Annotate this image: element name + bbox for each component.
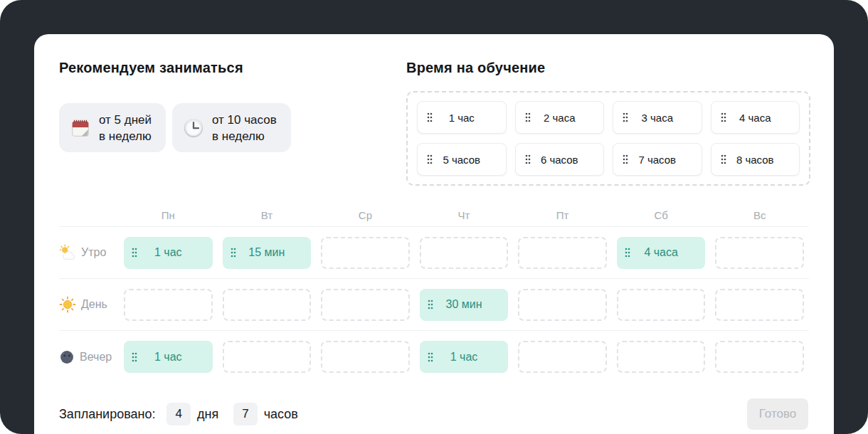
pool-title: Время на обучение xyxy=(406,60,545,76)
time-chip[interactable]: 5 часов xyxy=(417,143,507,176)
drag-handle-icon xyxy=(231,248,236,258)
week-header: Пн Вт Ср Чт Пт Сб Вс xyxy=(59,203,809,227)
days-pill-text: от 5 дней в неделю xyxy=(99,112,152,144)
schedule-chip-label: 1 час xyxy=(154,351,182,364)
empty-slot-wed-day[interactable] xyxy=(321,289,410,321)
time-chip-label: 3 часа xyxy=(641,112,673,124)
drag-handle-icon xyxy=(721,112,726,122)
empty-slot-tue-day[interactable] xyxy=(223,289,312,321)
day-icon xyxy=(59,296,76,313)
dark-frame: Рекомендуем заниматься Время на обучение xyxy=(0,0,868,434)
empty-slot-sun-day[interactable] xyxy=(715,289,804,321)
time-chip-label: 7 часов xyxy=(638,154,676,166)
schedule-chip-label: 15 мин xyxy=(248,246,285,259)
empty-slot-fri-evening[interactable] xyxy=(518,341,607,373)
week-grid: Пн Вт Ср Чт Пт Сб Вс xyxy=(59,203,809,383)
day-header-tue: Вт xyxy=(218,209,317,221)
time-chip[interactable]: 7 часов xyxy=(613,143,702,176)
day-header-thu: Чт xyxy=(415,209,514,221)
time-chip-label: 1 час xyxy=(449,112,475,124)
schedule-chip-mon-evening[interactable]: 1 час xyxy=(124,341,213,373)
recommendation-pills: от 5 дней в неделю от 10 часов в xyxy=(59,103,291,152)
drag-handle-icon xyxy=(623,112,628,122)
planned-days-value: 4 xyxy=(166,403,190,425)
schedule-chip-mon-morning[interactable]: 1 час xyxy=(124,237,213,269)
day-header-wed: Ср xyxy=(316,209,415,221)
row-label-evening: Вечер xyxy=(59,349,119,365)
time-chip-label: 4 часа xyxy=(739,112,771,124)
drag-handle-icon xyxy=(427,112,433,122)
time-chip-label: 6 часов xyxy=(541,154,578,166)
time-chip[interactable]: 8 часов xyxy=(711,143,800,176)
week-row-morning: Утро 1 час 15 мин 4 часа xyxy=(59,227,809,279)
recommend-title: Рекомендуем заниматься xyxy=(59,60,243,76)
day-header-fri: Пт xyxy=(513,209,612,221)
empty-slot-fri-day[interactable] xyxy=(518,289,607,321)
drag-handle-icon xyxy=(721,154,726,164)
schedule-chip-thu-evening[interactable]: 1 час xyxy=(420,341,509,373)
empty-slot-tue-evening[interactable] xyxy=(223,341,312,373)
done-button[interactable]: Готово xyxy=(747,398,808,430)
day-header-sun: Вс xyxy=(710,209,809,221)
calendar-icon xyxy=(70,117,91,139)
schedule-chip-thu-day[interactable]: 30 мин xyxy=(420,289,509,321)
empty-slot-sun-morning[interactable] xyxy=(715,237,804,269)
empty-slot-sat-evening[interactable] xyxy=(617,341,706,373)
drag-handle-icon xyxy=(132,352,137,362)
day-header-mon: Пн xyxy=(119,209,218,221)
schedule-chip-tue-morning[interactable]: 15 мин xyxy=(223,237,312,269)
hours-recommendation-pill: от 10 часов в неделю xyxy=(172,103,291,152)
time-chip[interactable]: 1 час xyxy=(417,101,507,134)
clock-icon xyxy=(183,117,204,139)
time-chip[interactable]: 6 часов xyxy=(515,143,605,176)
empty-slot-wed-evening[interactable] xyxy=(321,341,410,373)
drag-handle-icon xyxy=(525,154,531,164)
evening-icon xyxy=(59,349,75,365)
row-label-day: День xyxy=(59,296,119,313)
empty-slot-sun-evening[interactable] xyxy=(715,341,804,373)
drag-handle-icon xyxy=(132,248,137,258)
morning-icon xyxy=(59,244,76,261)
planned-hours-value: 7 xyxy=(233,403,257,425)
drag-handle-icon xyxy=(428,300,433,309)
summary-bar: Запланировано: 4 дня 7 часов xyxy=(59,398,298,430)
empty-slot-mon-day[interactable] xyxy=(124,289,213,321)
week-row-day: День 30 мин xyxy=(59,279,809,331)
schedule-chip-label: 1 час xyxy=(450,351,478,364)
schedule-card: Рекомендуем заниматься Время на обучение xyxy=(34,34,834,434)
drag-handle-icon xyxy=(428,352,433,362)
empty-slot-wed-morning[interactable] xyxy=(321,237,410,269)
schedule-chip-sat-morning[interactable]: 4 часа xyxy=(617,237,706,269)
time-chip-label: 8 часов xyxy=(736,154,774,166)
planned-days-unit: дня xyxy=(197,407,218,422)
hours-pill-text: от 10 часов в неделю xyxy=(212,112,277,144)
schedule-chip-label: 1 час xyxy=(154,246,182,259)
schedule-chip-label: 30 мин xyxy=(445,298,482,311)
time-chip[interactable]: 3 часа xyxy=(613,101,702,134)
drag-handle-icon xyxy=(623,154,628,164)
drag-handle-icon xyxy=(625,248,630,258)
time-chip-label: 5 часов xyxy=(443,154,480,166)
day-header-sat: Сб xyxy=(612,209,711,221)
drag-handle-icon xyxy=(427,154,433,164)
time-chip-pool: 1 час 2 часа 3 часа 4 часа 5 часов 6 час… xyxy=(406,91,810,186)
empty-slot-thu-morning[interactable] xyxy=(420,237,509,269)
planned-hours-unit: часов xyxy=(264,407,298,422)
drag-handle-icon xyxy=(525,112,531,122)
days-recommendation-pill: от 5 дней в неделю xyxy=(59,103,166,152)
time-chip[interactable]: 2 часа xyxy=(515,101,605,134)
row-label-morning: Утро xyxy=(59,244,119,261)
summary-label: Запланировано: xyxy=(59,407,155,422)
schedule-chip-label: 4 часа xyxy=(644,246,677,259)
empty-slot-sat-day[interactable] xyxy=(617,289,706,321)
time-chip[interactable]: 4 часа xyxy=(711,101,800,134)
time-chip-label: 2 часа xyxy=(544,112,576,124)
week-row-evening: Вечер 1 час 1 час xyxy=(59,331,809,383)
empty-slot-fri-morning[interactable] xyxy=(518,237,607,269)
